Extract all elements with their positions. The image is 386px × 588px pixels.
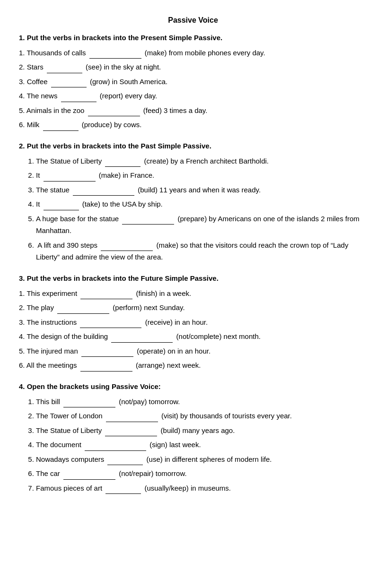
item-num: 2. [19,63,25,71]
section-1-list: 1. Thousands of calls (make) from mobile… [19,46,367,131]
list-item: A lift and 390 steps (make) so that the … [36,239,367,263]
blank[interactable] [47,61,82,73]
list-item: The Statue of Liberty (build) many years… [36,424,367,437]
blank[interactable] [63,467,115,480]
list-item: 3. The instructions (receive) in an hour… [19,316,367,329]
blank[interactable] [43,118,79,131]
section-1-heading: 1. Put the verbs in brackets into the Pr… [19,32,367,43]
blank[interactable] [105,424,157,437]
blank[interactable] [105,482,141,494]
section-2-heading: 2. Put the verbs in brackets into the Pa… [19,140,367,152]
blank[interactable] [51,75,87,88]
list-item: The document (sign) last week. [36,438,367,451]
item-num: 5. [19,106,25,114]
section-2-list: The Statue of Liberty (create) by a Fren… [19,155,367,263]
blank[interactable] [89,46,141,59]
section-4: 4. Open the brackets using Passive Voice… [19,381,367,494]
page-title: Passive Voice [19,14,367,26]
blank[interactable] [111,330,173,343]
list-item: 2. The play (perform) next Sunday. [19,301,367,314]
blank[interactable] [88,104,140,117]
list-item: The statue (build) 11 years and when it … [36,183,367,196]
list-item: A huge base for the statue (prepare) by … [36,212,367,237]
item-num: 4. [19,92,25,100]
item-num: 1. [19,289,25,297]
list-item: 5. Animals in the zoo (feed) 3 times a d… [19,104,367,117]
item-num: 3. [19,78,25,86]
section-3-list: 1. This experiment (finish) in a week. 2… [19,287,367,372]
section-2: 2. Put the verbs in brackets into the Pa… [19,140,367,263]
list-item: 4. The news (report) every day. [19,89,367,102]
list-item: 6. Milk (produce) by cows. [19,118,367,131]
list-item: This bill (not/pay) tomorrow. [36,395,367,408]
item-num: 1. [19,49,25,57]
list-item: The Statue of Liberty (create) by a Fren… [36,155,367,167]
list-item: 1. Thousands of calls (make) from mobile… [19,46,367,59]
list-item: 2. Stars (see) in the sky at night. [19,61,367,73]
blank[interactable] [122,212,174,225]
list-item: The car (not/repair) tomorrow. [36,467,367,480]
section-1: 1. Put the verbs in brackets into the Pr… [19,32,367,131]
list-item: Famous pieces of art (usually/keep) in m… [36,482,367,494]
blank[interactable] [80,316,141,329]
blank[interactable] [105,155,140,167]
list-item: It (make) in France. [36,169,367,182]
list-item: 6. All the meetings (arrange) next week. [19,359,367,372]
list-item: 5. The injured man (operate) on in an ho… [19,345,367,357]
item-num: 4. [19,332,25,340]
item-num: 3. [19,318,25,326]
section-3: 3. Put the verbs in brackets into the Fu… [19,273,367,372]
list-item: 3. Coffee (grow) in South America. [19,75,367,88]
section-4-heading: 4. Open the brackets using Passive Voice… [19,381,367,392]
blank[interactable] [101,239,153,251]
section-3-heading: 3. Put the verbs in brackets into the Fu… [19,273,367,284]
blank[interactable] [107,453,143,466]
item-num: 6. [19,121,25,129]
item-num: 5. [19,347,25,355]
blank[interactable] [63,395,115,408]
list-item: It (take) to the USA by ship. [36,198,367,210]
blank[interactable] [81,345,133,357]
blank[interactable] [106,409,158,422]
blank[interactable] [80,287,132,300]
blank[interactable] [44,198,79,210]
blank[interactable] [57,301,109,314]
blank[interactable] [61,89,96,102]
item-num: 2. [19,303,25,311]
blank[interactable] [73,183,134,196]
blank[interactable] [85,438,146,451]
section-4-list: This bill (not/pay) tomorrow. The Tower … [19,395,367,494]
list-item: Nowadays computers (use) in different sp… [36,453,367,466]
list-item: The Tower of London (visit) by thousands… [36,409,367,422]
list-item: 1. This experiment (finish) in a week. [19,287,367,300]
blank[interactable] [80,359,132,372]
list-item: 4. The design of the building (not/compl… [19,330,367,343]
blank[interactable] [44,169,96,182]
item-num: 6. [19,361,25,369]
